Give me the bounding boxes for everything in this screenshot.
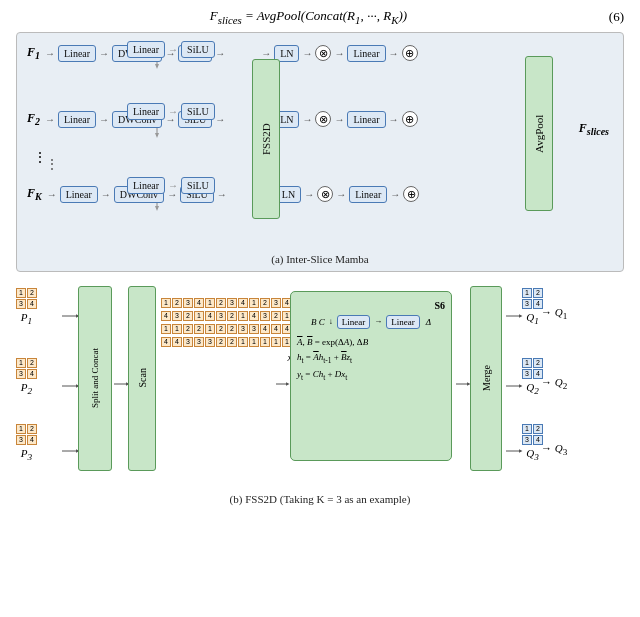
q1-cell: 1: [522, 288, 532, 298]
p2-cell: 4: [27, 369, 37, 379]
linear-box-ka: Linear: [60, 186, 98, 203]
q1-cell: 2: [533, 288, 543, 298]
p1-cell: 4: [27, 299, 37, 309]
merge-block: Merge: [470, 286, 502, 471]
p2-cell: 3: [16, 369, 26, 379]
merge-label: Merge: [481, 365, 492, 391]
p2-grid: 1 2 3 4 P2: [16, 358, 37, 396]
formula-line-2: ht = Aht-1 + Bzt: [297, 350, 445, 368]
s6-linear-delta: Linear: [386, 315, 419, 329]
q3-cell: 3: [522, 435, 532, 445]
scan-row-1: 123412341234: [161, 298, 292, 308]
multiply-op-2: ⊗: [315, 111, 331, 127]
p1-cell: 3: [16, 299, 26, 309]
p1-cell: 2: [27, 288, 37, 298]
page: Fslices = AvgPool(Concat(R1, ···, RK)) (…: [0, 0, 640, 617]
q3-label: Q3: [522, 447, 543, 462]
silu-top-2: SiLU: [181, 103, 215, 120]
delta-label: Δ: [426, 317, 431, 327]
split-concat-label: Split and Concat: [90, 348, 101, 408]
formula-line-1: A, B = exp(ΔA), ΔB: [297, 335, 445, 350]
s6-label: S6: [297, 300, 445, 311]
plus-op-2: ⊕: [402, 111, 418, 127]
fk-label: FK: [27, 186, 42, 202]
split-concat-block: Split and Concat: [78, 286, 112, 471]
arrow-f1: →: [45, 48, 55, 59]
formula-line-3: yt = Cht + Dxt: [297, 367, 445, 385]
fss2d-block: FSS2D: [252, 59, 280, 219]
scan-row-3: 112212233444: [161, 324, 292, 334]
svg-text:⋮: ⋮: [45, 157, 59, 172]
slice-row-k: FK → Linear → DWConv → SiLU → → LN → ⊗ →…: [27, 186, 419, 203]
p2-label: P2: [16, 381, 37, 396]
p1-cell: 1: [16, 288, 26, 298]
diagram-a: ⋮ F1 → Linear → DWConv → SiLU → → LN → ⊗…: [16, 32, 624, 272]
q-subscript-3: → Q3: [541, 442, 567, 457]
x-label: x: [161, 352, 292, 363]
p1-label: P1: [16, 311, 37, 326]
scan-row-4: 443332211111: [161, 337, 292, 347]
q1-cell: 3: [522, 299, 532, 309]
linear-top-k: Linear: [127, 177, 165, 194]
scan-label: Scan: [137, 368, 148, 387]
p3-cell: 3: [16, 435, 26, 445]
q-subscript-2: → Q2: [541, 376, 567, 391]
diagram-b: 1 2 3 4 P1 1 2 3 4 P2: [16, 276, 624, 505]
fslices-output: Fslices: [579, 121, 609, 137]
q1-grid: 1 2 3 4 Q1: [522, 288, 543, 326]
linear-branch-k: Linear → SiLU: [127, 177, 215, 194]
plus-op-k: ⊕: [403, 186, 419, 202]
diagram-b-label: (b) FSS2D (Taking K = 3 as an example): [16, 493, 624, 505]
q2-grid: 1 2 3 4 Q2: [522, 358, 543, 396]
fss2d-label: FSS2D: [252, 59, 280, 219]
linear-top-1: Linear: [127, 41, 165, 58]
q2-cell: 2: [533, 358, 543, 368]
silu-top-k: SiLU: [181, 177, 215, 194]
formula: Fslices = AvgPool(Concat(R1, ···, RK)): [16, 8, 601, 26]
q3-cell: 2: [533, 424, 543, 434]
linear-box-kb: Linear: [349, 186, 387, 203]
p3-cell: 2: [27, 424, 37, 434]
s6-box: S6 B C ↓ Linear → Linear Δ A, B = exp(ΔA…: [290, 291, 452, 461]
slice-row-1: F1 → Linear → DWConv → SiLU → → LN → ⊗ →…: [27, 45, 418, 62]
avgpool-label: AvgPool: [525, 56, 553, 211]
linear-box-2b: Linear: [347, 111, 385, 128]
q1-label: Q1: [522, 311, 543, 326]
q-subscript-1: → Q1: [541, 306, 567, 321]
q2-cell: 1: [522, 358, 532, 368]
linear-branch-1: Linear → SiLU: [127, 41, 215, 58]
p3-cell: 4: [27, 435, 37, 445]
p3-cell: 1: [16, 424, 26, 434]
s6-linear-bc: Linear: [337, 315, 370, 329]
q3-grid: 1 2 3 4 Q3: [522, 424, 543, 462]
s6-formulas: A, B = exp(ΔA), ΔB ht = Aht-1 + Bzt yt =…: [297, 335, 445, 385]
scan-row-2: 432143214321: [161, 311, 292, 321]
avgpool-block: AvgPool: [525, 56, 553, 211]
bc-label: B C: [311, 317, 325, 327]
s6-linear-row: B C ↓ Linear → Linear Δ: [297, 315, 445, 329]
q2-label: Q2: [522, 381, 543, 396]
p3-grid: 1 2 3 4 P3: [16, 424, 37, 462]
q3-cell: 1: [522, 424, 532, 434]
multiply-op-1: ⊗: [315, 45, 331, 61]
p2-cell: 2: [27, 358, 37, 368]
p3-label: P3: [16, 447, 37, 462]
formula-number: (6): [609, 9, 624, 25]
plus-op-1: ⊕: [402, 45, 418, 61]
scan-data-rows: 123412341234 432143214321 112212233444 4…: [161, 298, 292, 363]
linear-box-1a: Linear: [58, 45, 96, 62]
scan-block: Scan: [128, 286, 156, 471]
diagram-a-label: (a) Inter-Slice Mamba: [27, 253, 613, 265]
q2-cell: 3: [522, 369, 532, 379]
multiply-op-k: ⊗: [317, 186, 333, 202]
dots: ⋮: [33, 149, 47, 166]
f2-label: F2: [27, 111, 40, 127]
silu-top-1: SiLU: [181, 41, 215, 58]
linear-branch-2: Linear → SiLU: [127, 103, 215, 120]
linear-box-1b: Linear: [347, 45, 385, 62]
linear-top-2: Linear: [127, 103, 165, 120]
f1-label: F1: [27, 45, 40, 61]
p2-cell: 1: [16, 358, 26, 368]
p1-grid: 1 2 3 4 P1: [16, 288, 37, 326]
linear-box-2a: Linear: [58, 111, 96, 128]
